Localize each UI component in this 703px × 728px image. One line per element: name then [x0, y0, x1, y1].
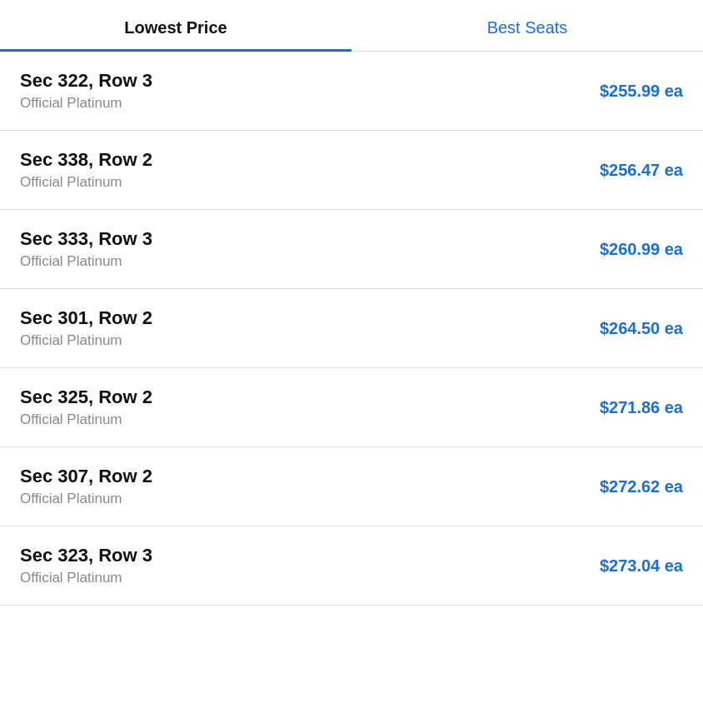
- ticket-section: Sec 307, Row 2: [20, 466, 152, 487]
- ticket-info: Sec 307, Row 2 Official Platinum: [20, 466, 152, 507]
- ticket-label: Official Platinum: [20, 491, 152, 507]
- ticket-label: Official Platinum: [20, 570, 152, 586]
- ticket-section: Sec 322, Row 3: [20, 70, 152, 92]
- ticket-info: Sec 338, Row 2 Official Platinum: [20, 149, 152, 191]
- ticket-info: Sec 322, Row 3 Official Platinum: [20, 70, 152, 112]
- ticket-label: Official Platinum: [20, 411, 152, 428]
- ticket-section: Sec 323, Row 3: [20, 545, 152, 566]
- ticket-price: $273.04 ea: [600, 556, 683, 576]
- ticket-label: Official Platinum: [20, 174, 152, 191]
- ticket-price: $271.86 ea: [600, 398, 683, 417]
- ticket-label: Official Platinum: [20, 95, 152, 112]
- ticket-price: $255.99 ea: [600, 82, 683, 101]
- ticket-section: Sec 338, Row 2: [20, 149, 152, 171]
- tab-lowest-price[interactable]: Lowest Price: [0, 0, 352, 51]
- ticket-list: Sec 322, Row 3 Official Platinum $255.99…: [0, 52, 703, 606]
- ticket-price: $264.50 ea: [600, 319, 683, 338]
- ticket-info: Sec 301, Row 2 Official Platinum: [20, 307, 152, 349]
- tab-best-seats[interactable]: Best Seats: [352, 0, 703, 51]
- ticket-price: $256.47 ea: [600, 161, 683, 180]
- ticket-label: Official Platinum: [20, 332, 152, 349]
- ticket-section: Sec 325, Row 2: [20, 386, 152, 408]
- ticket-info: Sec 325, Row 2 Official Platinum: [20, 386, 152, 428]
- ticket-row[interactable]: Sec 301, Row 2 Official Platinum $264.50…: [0, 289, 703, 368]
- ticket-price: $272.62 ea: [600, 477, 683, 496]
- ticket-row[interactable]: Sec 333, Row 3 Official Platinum $260.99…: [0, 210, 703, 289]
- ticket-row[interactable]: Sec 307, Row 2 Official Platinum $272.62…: [0, 447, 703, 526]
- ticket-row[interactable]: Sec 323, Row 3 Official Platinum $273.04…: [0, 526, 703, 606]
- ticket-row[interactable]: Sec 322, Row 3 Official Platinum $255.99…: [0, 52, 703, 131]
- ticket-label: Official Platinum: [20, 253, 152, 270]
- ticket-section: Sec 301, Row 2: [20, 307, 152, 329]
- ticket-info: Sec 333, Row 3 Official Platinum: [20, 228, 152, 270]
- ticket-row[interactable]: Sec 325, Row 2 Official Platinum $271.86…: [0, 368, 703, 447]
- ticket-info: Sec 323, Row 3 Official Platinum: [20, 545, 152, 586]
- tab-bar: Lowest Price Best Seats: [0, 0, 703, 52]
- ticket-section: Sec 333, Row 3: [20, 228, 152, 250]
- ticket-price: $260.99 ea: [600, 240, 683, 259]
- ticket-row[interactable]: Sec 338, Row 2 Official Platinum $256.47…: [0, 131, 703, 210]
